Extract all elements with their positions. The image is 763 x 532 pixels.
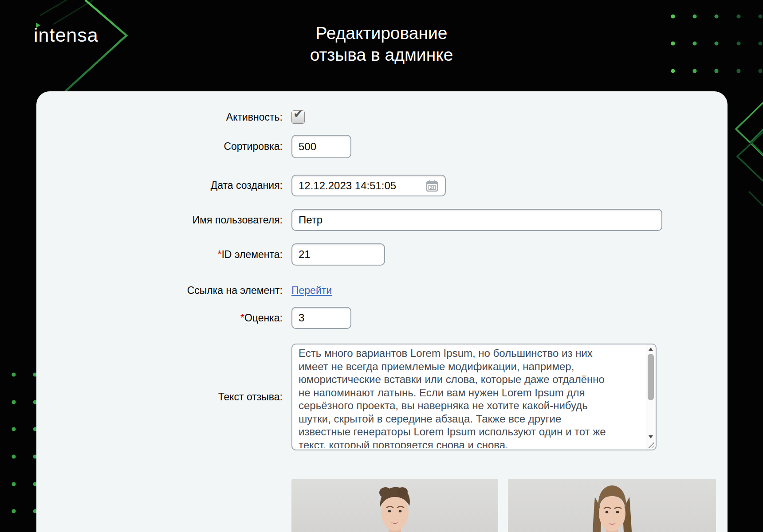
sort-label: Сортировка: — [36, 141, 283, 153]
username-label: Имя пользователя: — [36, 214, 283, 226]
element-link-label: Ссылка на элемент: — [36, 285, 283, 297]
scrollbar[interactable] — [646, 344, 656, 450]
element-id-input[interactable] — [291, 243, 385, 266]
go-to-element-link[interactable]: Перейти — [291, 285, 332, 297]
right-chevron-icon — [749, 192, 763, 207]
rating-row: *Оценка: — [36, 307, 728, 329]
activity-checkbox[interactable]: ✔ — [291, 110, 305, 124]
element-link-row: Ссылка на элемент: Перейти — [36, 284, 728, 297]
rating-label: *Оценка: — [36, 312, 283, 324]
right-chevron-icon — [736, 102, 763, 156]
element-id-label: *ID элемента: — [36, 249, 283, 261]
reviewer-photo-1 — [291, 479, 498, 532]
review-textarea[interactable]: Есть много вариантов Lorem Ipsum, но бол… — [291, 344, 657, 450]
edit-review-card: Активность: ✔ Сортировка: Дата создания:… — [36, 91, 728, 532]
activity-row: Активность: ✔ — [36, 111, 728, 123]
right-chevron-icon — [737, 131, 763, 182]
page-title: Редактирование отзыва в админке — [0, 22, 763, 66]
calendar-icon[interactable]: 24 — [425, 179, 439, 192]
dot-grid-left — [12, 372, 37, 513]
scrollbar-thumb[interactable] — [648, 354, 654, 400]
scroll-down-icon[interactable] — [646, 433, 656, 441]
review-text-label: Текст отзыва: — [36, 391, 283, 403]
username-row: Имя пользователя: — [36, 209, 728, 231]
element-id-row: *ID элемента: — [36, 243, 728, 266]
rating-input[interactable] — [291, 307, 351, 329]
sort-row: Сортировка: — [36, 135, 728, 158]
photos-row — [36, 479, 728, 532]
activity-label: Активность: — [36, 111, 283, 123]
resize-grip-icon[interactable] — [649, 442, 654, 448]
created-date-label: Дата создания: — [36, 180, 283, 192]
svg-text:24: 24 — [430, 185, 434, 189]
review-textarea-content: Есть много вариантов Lorem Ipsum, но бол… — [299, 347, 642, 448]
username-input[interactable] — [291, 209, 662, 231]
review-text-row: Текст отзыва: Есть много вариантов Lorem… — [36, 344, 728, 450]
page-title-line2: отзыва в админке — [0, 44, 763, 66]
created-date-row: Дата создания: 24 — [36, 175, 728, 196]
reviewer-photo-2 — [508, 479, 716, 532]
scroll-up-icon[interactable] — [646, 345, 656, 353]
sort-input[interactable] — [291, 135, 351, 158]
required-asterisk: * — [240, 312, 244, 324]
corner-line-icon — [40, 0, 67, 16]
page-title-line1: Редактирование — [0, 22, 763, 44]
checkmark-icon: ✔ — [293, 108, 303, 120]
created-date-input[interactable] — [291, 175, 446, 196]
